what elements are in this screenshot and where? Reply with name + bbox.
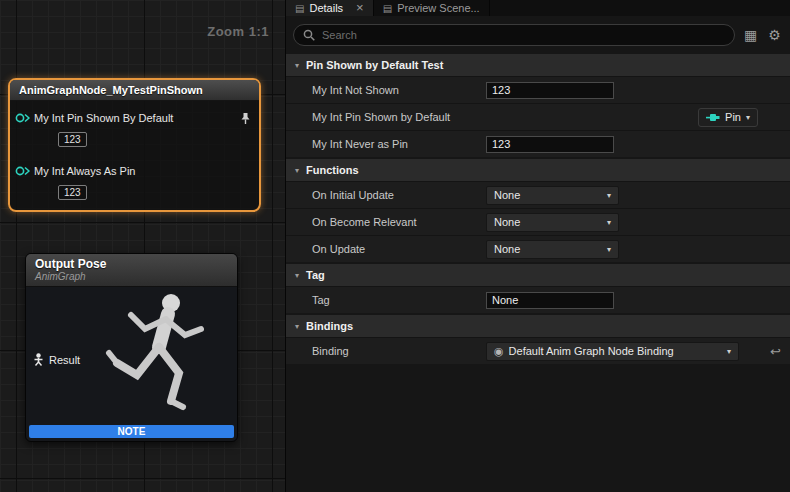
- search-icon: [303, 29, 315, 41]
- output-pose-node[interactable]: Output Pose AnimGraph: [25, 253, 238, 442]
- node-header[interactable]: Output Pose AnimGraph: [26, 254, 237, 287]
- search-row: ▦ ⚙: [286, 16, 790, 54]
- result-pin-row[interactable]: Result: [33, 353, 80, 366]
- chevron-down-icon: ▾: [607, 245, 611, 254]
- chevron-down-icon: ▾: [607, 191, 611, 200]
- search-input[interactable]: [293, 24, 735, 46]
- row-on-initial-update: On Initial Update None ▾: [286, 181, 790, 208]
- pin-icon: [706, 113, 720, 122]
- chevron-down-icon[interactable]: ▾: [295, 166, 299, 175]
- tab-details[interactable]: ▤ Details ×: [286, 0, 374, 16]
- chevron-down-icon: ▾: [727, 347, 731, 356]
- close-icon[interactable]: ×: [356, 3, 364, 13]
- pushpin-icon[interactable]: [240, 112, 251, 125]
- on-update-dropdown[interactable]: None ▾: [486, 240, 619, 259]
- pin-row: My Int Always As Pin: [10, 162, 259, 180]
- pin-label: My Int Pin Shown By Default: [34, 112, 173, 124]
- reset-to-default-icon[interactable]: ↩: [770, 344, 781, 359]
- row-binding: Binding ◉ Default Anim Graph Node Bindin…: [286, 337, 790, 364]
- pin-value-row: 123: [58, 129, 259, 147]
- node-title[interactable]: AnimGraphNode_MyTestPinShown: [10, 80, 259, 101]
- category-bindings[interactable]: ▾ Bindings: [286, 315, 790, 337]
- chevron-down-icon: ▾: [746, 113, 750, 122]
- pose-pin-icon: [33, 353, 44, 366]
- node-title: Output Pose: [35, 257, 228, 271]
- on-become-relevant-dropdown[interactable]: None ▾: [486, 213, 619, 232]
- node-body: Result: [26, 287, 237, 423]
- anim-graph-test-node[interactable]: AnimGraphNode_MyTestPinShown My Int Pin …: [8, 78, 261, 212]
- chevron-down-icon[interactable]: ▾: [295, 271, 299, 280]
- pin-value-row: 123: [58, 182, 259, 200]
- settings-gear-icon[interactable]: ⚙: [766, 27, 783, 43]
- pin-value-field[interactable]: 123: [58, 132, 87, 147]
- my-int-not-shown-input[interactable]: [486, 82, 614, 99]
- int-pin-icon[interactable]: [12, 165, 31, 177]
- category-tag[interactable]: ▾ Tag: [286, 264, 790, 286]
- pin-value-field[interactable]: 123: [58, 185, 87, 200]
- my-int-never-as-pin-input[interactable]: [486, 136, 614, 153]
- chevron-down-icon[interactable]: ▾: [295, 61, 299, 70]
- chevron-down-icon: ▾: [607, 218, 611, 227]
- tag-input[interactable]: [486, 292, 614, 309]
- binding-dropdown[interactable]: ◉ Default Anim Graph Node Binding ▾: [486, 342, 739, 361]
- category-functions[interactable]: ▾ Functions: [286, 159, 790, 181]
- on-initial-update-dropdown[interactable]: None ▾: [486, 186, 619, 205]
- tab-preview-scene[interactable]: ▤ Preview Scene...: [374, 0, 490, 16]
- row-on-update: On Update None ▾: [286, 235, 790, 262]
- result-pin-label: Result: [49, 354, 80, 366]
- mannequin-figure: [75, 287, 235, 423]
- tab-label: Details: [309, 2, 343, 14]
- details-tab-icon: ▤: [295, 3, 304, 14]
- pin-visibility-combo[interactable]: Pin ▾: [698, 108, 758, 127]
- category-pin-shown-by-default-test[interactable]: ▾ Pin Shown by Default Test: [286, 54, 790, 76]
- binding-icon: ◉: [494, 345, 504, 358]
- chevron-down-icon[interactable]: ▾: [295, 322, 299, 331]
- row-my-int-pin-shown-by-default: My Int Pin Shown by Default Pin ▾: [286, 103, 790, 130]
- anim-graph-canvas[interactable]: Zoom 1:1 AnimGraphNode_MyTestPinShown My…: [0, 0, 285, 492]
- note-badge[interactable]: NOTE: [29, 425, 234, 438]
- row-tag: Tag: [286, 286, 790, 313]
- unreal-editor-window: Zoom 1:1 AnimGraphNode_MyTestPinShown My…: [0, 0, 790, 492]
- tab-bar: ▤ Details × ▤ Preview Scene...: [286, 0, 790, 16]
- row-my-int-never-as-pin: My Int Never as Pin: [286, 130, 790, 157]
- display-columns-icon[interactable]: ▦: [742, 27, 759, 43]
- pin-row: My Int Pin Shown By Default: [10, 109, 259, 127]
- tab-label: Preview Scene...: [397, 2, 480, 14]
- zoom-level: Zoom 1:1: [207, 24, 269, 39]
- pin-label: My Int Always As Pin: [34, 165, 135, 177]
- details-panel: ▤ Details × ▤ Preview Scene... ▦ ⚙: [285, 0, 790, 492]
- node-body: My Int Pin Shown By Default 123 My Int A…: [10, 101, 259, 210]
- row-on-become-relevant: On Become Relevant None ▾: [286, 208, 790, 235]
- int-pin-icon[interactable]: [12, 112, 31, 124]
- row-my-int-not-shown: My Int Not Shown: [286, 76, 790, 103]
- property-list: ▾ Pin Shown by Default Test My Int Not S…: [286, 54, 790, 492]
- node-subtitle: AnimGraph: [35, 271, 228, 282]
- search-text-field[interactable]: [322, 29, 725, 41]
- preview-scene-tab-icon: ▤: [383, 3, 392, 14]
